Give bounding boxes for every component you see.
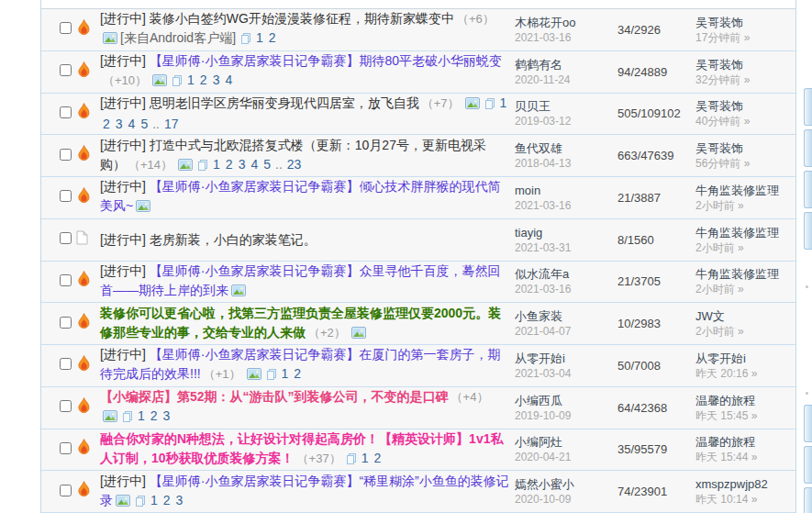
side-rail-button[interactable] bbox=[804, 446, 812, 484]
page-link[interactable]: 1 bbox=[187, 72, 195, 87]
thread-title-link[interactable]: 老房新装，小白的家装笔记。 bbox=[150, 232, 317, 247]
page-link[interactable]: 4 bbox=[250, 157, 258, 172]
last-reply-time[interactable]: 昨天 15:44 » bbox=[695, 450, 795, 464]
last-reply-author[interactable]: 吴哥装饰 bbox=[695, 57, 795, 72]
last-reply-author[interactable]: xmspzpwjp82 bbox=[695, 476, 795, 492]
last-reply-time[interactable]: 2小时前 » bbox=[695, 282, 795, 296]
last-reply-time[interactable]: 32分钟前 » bbox=[695, 72, 795, 87]
thread-checkbox[interactable] bbox=[60, 64, 72, 76]
page-link[interactable]: 5 bbox=[263, 157, 271, 172]
last-reply-author[interactable]: 牛角监装修监理 bbox=[695, 183, 795, 198]
page-link[interactable]: 2 bbox=[163, 493, 171, 507]
last-reply-time[interactable]: 2小时前 » bbox=[695, 240, 795, 255]
thread-checkbox[interactable] bbox=[60, 400, 72, 412]
side-rail-button[interactable] bbox=[804, 405, 812, 442]
side-rail-button[interactable] bbox=[804, 171, 812, 208]
side-rail-button[interactable] bbox=[804, 212, 812, 250]
page-link[interactable]: 4 bbox=[128, 117, 136, 131]
page-link[interactable]: 1 bbox=[282, 366, 289, 381]
last-reply-cell: JW文 2小时前 » bbox=[685, 308, 795, 339]
author-link[interactable]: 从零开始i bbox=[515, 351, 606, 366]
thread-title-link[interactable]: 装修小白签约WG开始漫漫装修征程，期待新家蝶变中 bbox=[150, 11, 454, 26]
page-link[interactable]: 2 bbox=[226, 157, 233, 172]
page-link[interactable]: 23 bbox=[287, 157, 302, 172]
side-rail-button[interactable] bbox=[804, 487, 812, 513]
last-reply-author[interactable]: 吴哥装饰 bbox=[695, 140, 795, 156]
thread-checkbox[interactable] bbox=[60, 274, 72, 286]
last-reply-author[interactable]: 牛角监装修监理 bbox=[695, 225, 795, 240]
thread-title-link[interactable]: 【星师傅·小鱼家居家装日记争霸赛】期待80平老破小华丽蜕变 bbox=[150, 53, 502, 68]
last-reply-time[interactable]: 40分钟前 » bbox=[695, 114, 795, 128]
thread-checkbox[interactable] bbox=[60, 232, 72, 244]
mobile-client-tag[interactable]: [来自Android客户端] bbox=[120, 30, 236, 45]
page-link[interactable]: 4 bbox=[225, 72, 232, 87]
page-link[interactable]: 1 bbox=[362, 451, 369, 465]
author-link[interactable]: 小鱼家装 bbox=[515, 308, 606, 324]
last-reply-author[interactable]: JW文 bbox=[695, 308, 795, 324]
thread-title-link[interactable]: 思明老旧学区房华丽变身现代四居室，放飞自我 bbox=[150, 95, 419, 110]
last-reply-time[interactable]: 昨天 15:45 » bbox=[695, 408, 795, 423]
page-link[interactable]: 1 bbox=[150, 493, 158, 507]
author-link[interactable]: 贝贝王 bbox=[515, 98, 606, 114]
thread-checkbox[interactable] bbox=[60, 485, 72, 496]
author-link[interactable]: 似水流年a bbox=[515, 266, 606, 282]
last-reply-time[interactable]: 2小时前 » bbox=[695, 198, 795, 213]
page-link[interactable]: 1 bbox=[138, 408, 145, 423]
thread-checkbox[interactable] bbox=[60, 317, 72, 329]
page-link[interactable]: 17 bbox=[164, 117, 179, 131]
thread-title-link[interactable]: 【星师傅·小鱼家居家装日记争霸赛】众里寻他千百度，蓦然回首——期待上岸的到来 bbox=[100, 263, 500, 297]
last-reply-author[interactable]: 吴哥装饰 bbox=[695, 98, 795, 114]
page-link[interactable]: 3 bbox=[176, 493, 184, 507]
side-rail-button[interactable] bbox=[804, 129, 812, 167]
author-link[interactable]: moin bbox=[515, 183, 606, 198]
thread-checkbox[interactable] bbox=[60, 149, 72, 161]
author-link[interactable]: 鱼代双雄 bbox=[515, 140, 606, 156]
author-link[interactable]: tiayig bbox=[515, 225, 606, 240]
page-link[interactable]: 3 bbox=[213, 72, 220, 87]
last-reply-author[interactable]: 温馨的旅程 bbox=[695, 393, 795, 408]
thread-row: [进行中]【星师傅·小鱼家居家装日记争霸赛】众里寻他千百度，蓦然回首——期待上岸… bbox=[41, 262, 795, 304]
last-reply-time[interactable]: 昨天 20:16 » bbox=[695, 366, 795, 381]
thread-checkbox[interactable] bbox=[60, 190, 72, 202]
last-reply-time[interactable]: 56分钟前 » bbox=[695, 156, 795, 171]
page-link[interactable]: 1 bbox=[500, 95, 507, 110]
thread-checkbox[interactable] bbox=[60, 22, 72, 34]
page-link[interactable]: 3 bbox=[239, 157, 246, 172]
thread-title-link[interactable]: 装修你可以更省心啦，找第三方监理负责全屋装修监理仅要2000元。装修那些专业的事… bbox=[100, 306, 501, 340]
last-reply-cell: 从零开始i 昨天 20:16 » bbox=[685, 351, 795, 381]
last-reply-time[interactable]: 昨天 10:14 » bbox=[695, 492, 795, 507]
last-reply-author[interactable]: 吴哥装饰 bbox=[695, 15, 795, 30]
author-link[interactable]: 小编阿灶 bbox=[515, 434, 606, 450]
page-link[interactable]: 3 bbox=[116, 117, 123, 131]
pages-icon bbox=[267, 366, 276, 385]
page-link[interactable]: 2 bbox=[103, 117, 110, 131]
last-reply-time[interactable]: 2小时前 » bbox=[695, 324, 795, 339]
last-reply-time[interactable]: 17分钟前 » bbox=[695, 30, 795, 45]
page-link[interactable]: 2 bbox=[294, 366, 301, 381]
page-link[interactable]: 2 bbox=[373, 451, 381, 465]
last-reply-author[interactable]: 温馨的旅程 bbox=[695, 434, 795, 450]
author-link[interactable]: 嫣然小蜜小 bbox=[515, 476, 606, 492]
page-link[interactable]: 3 bbox=[163, 408, 171, 423]
thread-title-link[interactable]: 【星师傅·小鱼家居家装日记争霸赛】“稀里糊涂”小鱼鱼的装修记录 bbox=[100, 474, 509, 507]
thread-title: [进行中]【星师傅·小鱼家居家装日记争霸赛】众里寻他千百度，蓦然回首——期待上岸… bbox=[100, 262, 515, 302]
thread-checkbox[interactable] bbox=[60, 358, 72, 370]
side-rail-button[interactable] bbox=[804, 88, 812, 126]
thread-checkbox[interactable] bbox=[60, 442, 72, 454]
last-reply-author[interactable]: 从零开始i bbox=[695, 351, 795, 366]
thread-icon-cell bbox=[76, 439, 100, 460]
thread-checkbox[interactable] bbox=[60, 106, 72, 118]
thread-title-link[interactable]: 【小编探店】第52期：从“游击队”到装修公司，不变的是口碑 bbox=[100, 389, 449, 404]
author-link[interactable]: 小编西瓜 bbox=[515, 393, 606, 408]
author-link[interactable]: 木棉花开oo bbox=[515, 15, 606, 30]
last-reply-cell: 吴哥装饰 17分钟前 » bbox=[685, 15, 795, 45]
page-link[interactable]: 2 bbox=[150, 408, 158, 423]
page-link[interactable]: 1 bbox=[213, 157, 220, 172]
author-link[interactable]: 鹤鹤有名 bbox=[515, 57, 606, 72]
page-link[interactable]: 2 bbox=[269, 30, 276, 45]
last-reply-author[interactable]: 牛角监装修监理 bbox=[695, 266, 795, 282]
page-link[interactable]: 5 bbox=[140, 117, 148, 131]
thread-title-link[interactable]: 【星师傅·小鱼家居家装日记争霸赛】倾心技术胖胖猴的现代简美风~ bbox=[100, 179, 500, 213]
page-link[interactable]: 1 bbox=[256, 30, 263, 45]
page-link[interactable]: 2 bbox=[200, 72, 207, 87]
